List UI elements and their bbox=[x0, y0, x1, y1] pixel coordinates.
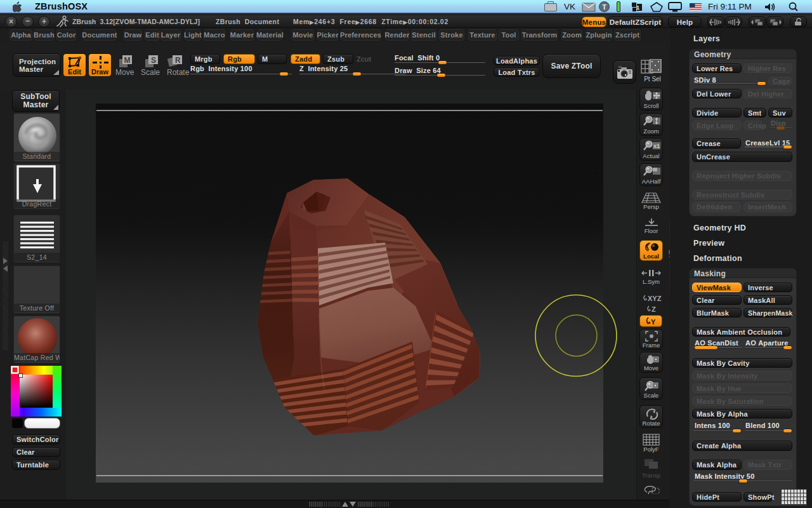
svg-text:M: M bbox=[124, 56, 131, 65]
svg-text:R: R bbox=[175, 56, 181, 65]
svg-text:Y: Y bbox=[651, 318, 656, 326]
svg-text:x1: x1 bbox=[653, 143, 660, 149]
svg-text:Z: Z bbox=[652, 305, 656, 313]
svg-text:S: S bbox=[151, 56, 156, 65]
svg-text:1: 1 bbox=[636, 4, 639, 11]
svg-text:XYZ: XYZ bbox=[648, 295, 662, 302]
